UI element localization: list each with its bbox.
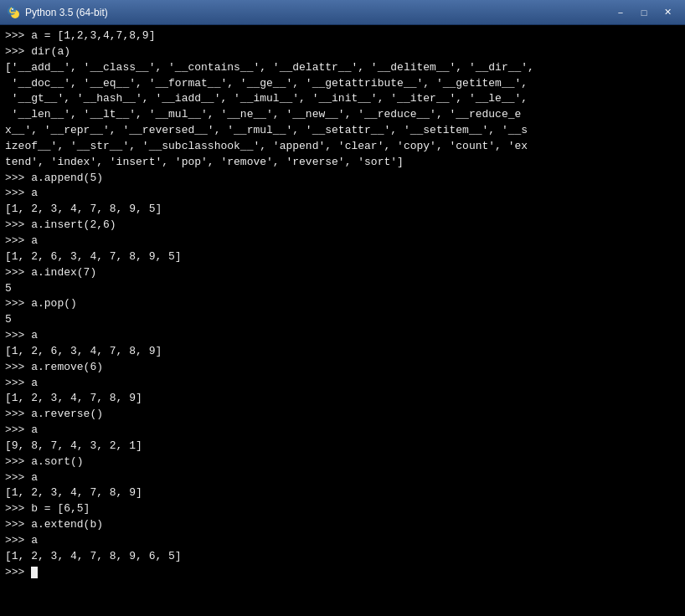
terminal-line: >>> a.extend(b) <box>5 517 680 533</box>
window-title: Python 3.5 (64-bit) <box>25 7 108 18</box>
terminal-line: >>> a.insert(2,6) <box>5 218 680 234</box>
terminal-line: >>> a.pop() <box>5 296 680 312</box>
terminal-line: >>> a <box>5 328 680 344</box>
close-button[interactable]: ✕ <box>657 4 678 21</box>
terminal-line: >>> a <box>5 423 680 439</box>
app-icon <box>7 6 20 19</box>
terminal-line: >>> a = [1,2,3,4,7,8,9] <box>5 28 680 44</box>
terminal-line: >>> a <box>5 376 680 392</box>
maximize-button[interactable]: □ <box>633 4 655 21</box>
window-controls: − □ ✕ <box>610 4 678 21</box>
minimize-button[interactable]: − <box>610 4 631 21</box>
terminal-line: '__gt__', '__hash__', '__iadd__', '__imu… <box>5 91 680 107</box>
terminal-line: 5 <box>5 312 680 328</box>
terminal-line-last: >>> <box>5 565 680 581</box>
terminal-line: [9, 8, 7, 4, 3, 2, 1] <box>5 439 680 454</box>
terminal-line: >>> a <box>5 470 680 486</box>
terminal-line: [1, 2, 3, 4, 7, 8, 9] <box>5 391 680 407</box>
terminal-line: >>> a.remove(6) <box>5 360 680 376</box>
terminal-line: ['__add__', '__class__', '__contains__',… <box>5 60 680 76</box>
titlebar: Python 3.5 (64-bit) − □ ✕ <box>0 0 685 25</box>
terminal-line: izeof__', '__str__', '__subclasshook__',… <box>5 139 680 155</box>
terminal-line: >>> a <box>5 533 680 549</box>
terminal-line: >>> a.append(5) <box>5 171 680 187</box>
terminal-line: >>> a.reverse() <box>5 407 680 423</box>
titlebar-left: Python 3.5 (64-bit) <box>7 6 108 19</box>
terminal-line: tend', 'index', 'insert', 'pop', 'remove… <box>5 155 680 171</box>
terminal-line: [1, 2, 3, 4, 7, 8, 9, 5] <box>5 202 680 218</box>
terminal-output[interactable]: >>> a = [1,2,3,4,7,8,9]>>> dir(a)['__add… <box>0 25 685 616</box>
terminal-line: 5 <box>5 281 680 297</box>
cursor <box>31 567 38 578</box>
terminal-line: [1, 2, 6, 3, 4, 7, 8, 9, 5] <box>5 249 680 265</box>
terminal-line: [1, 2, 6, 3, 4, 7, 8, 9] <box>5 344 680 360</box>
terminal-line: >>> a.index(7) <box>5 265 680 281</box>
terminal-line: x__', '__repr__', '__reversed__', '__rmu… <box>5 123 680 139</box>
terminal-line: [1, 2, 3, 4, 7, 8, 9, 6, 5] <box>5 549 680 565</box>
terminal-line: [1, 2, 3, 4, 7, 8, 9] <box>5 485 680 501</box>
svg-point-3 <box>12 8 13 10</box>
terminal-line: '__doc__', '__eq__', '__format__', '__ge… <box>5 76 680 92</box>
terminal-line: >>> b = [6,5] <box>5 501 680 517</box>
terminal-line: >>> a <box>5 234 680 249</box>
terminal-line: >>> a.sort() <box>5 454 680 470</box>
terminal-line: >>> dir(a) <box>5 44 680 60</box>
terminal-line: '__len__', '__lt__', '__mul__', '__ne__'… <box>5 107 680 123</box>
terminal-line: >>> a <box>5 186 680 202</box>
